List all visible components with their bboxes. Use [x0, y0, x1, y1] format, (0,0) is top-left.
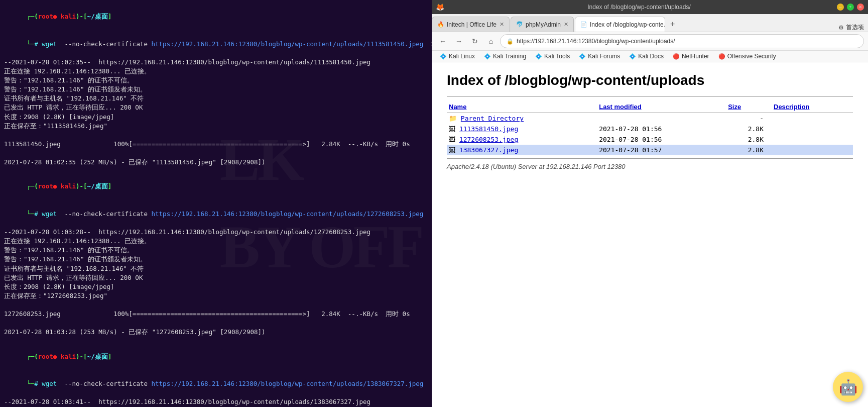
col-modified-link[interactable]: Last modified — [599, 103, 642, 111]
col-description-link[interactable]: Description — [774, 103, 810, 111]
command-line-1: └─# wget --no-check-certificate https://… — [4, 30, 428, 57]
new-tab-button[interactable]: + — [666, 17, 679, 32]
bottom-divider — [447, 158, 853, 159]
tab-label-3: Index of /blogblog/wp-conte… — [590, 21, 665, 28]
bookmark-label-4: Kali Forums — [588, 53, 620, 60]
table-header-row: Name Last modified Size Description — [447, 101, 853, 113]
bookmark-kali-linux[interactable]: 💠 Kali Linux — [436, 52, 479, 61]
tab-index[interactable]: 📄 Index of /blogblog/wp-conte… ✕ — [575, 17, 665, 32]
tabs-bar: 🔥 Initech | Office Life ✕ 🐬 phpMyAdmin ✕… — [432, 14, 868, 32]
cell-date-parent — [597, 113, 726, 124]
bookmarks-bar: 💠 Kali Linux 💠 Kali Training 💠 Kali Tool… — [432, 51, 868, 62]
prompt-line-3: ┌─(root● kali)-[~/桌面] — [4, 343, 428, 370]
prompt-line-2: ┌─(root● kali)-[~/桌面] — [4, 173, 428, 200]
cell-name-1: 🖼 1113581450.jpeg — [447, 124, 597, 134]
cell-desc-2 — [772, 134, 853, 145]
settings-label: 首选项 — [846, 23, 864, 32]
file-link-1[interactable]: 1113581450.jpeg — [459, 125, 518, 133]
terminal-block-3: ┌─(root● kali)-[~/桌面] └─# wget --no-chec… — [4, 343, 428, 408]
nethunter-icon: 🔴 — [673, 53, 680, 60]
tab-initech[interactable]: 🔥 Initech | Office Life ✕ — [432, 17, 510, 32]
bookmark-kali-forums[interactable]: 💠 Kali Forums — [575, 52, 624, 61]
parent-dir-link[interactable]: Parent Directory — [461, 115, 524, 122]
image-icon-3: 🖼 — [449, 146, 455, 154]
page-heading: Index of /blogblog/wp-content/uploads — [447, 72, 853, 88]
minimize-button[interactable]: – — [837, 4, 844, 11]
bookmark-label-7: Offensive Security — [727, 53, 776, 60]
mascot: 🤖 — [833, 372, 863, 402]
top-divider — [447, 96, 853, 97]
bookmark-kali-tools[interactable]: 💠 Kali Tools — [531, 52, 574, 61]
cell-size-3: 2.8K — [726, 145, 772, 155]
cell-size-2: 2.8K — [726, 134, 772, 145]
image-icon-1: 🖼 — [449, 125, 455, 133]
bookmark-label-6: NetHunter — [682, 53, 709, 60]
terminal-block-2: ┌─(root● kali)-[~/桌面] └─# wget --no-chec… — [4, 173, 428, 337]
tab-favicon-1: 🔥 — [437, 21, 444, 28]
kali-docs-icon: 💠 — [629, 53, 636, 60]
col-size-link[interactable]: Size — [728, 103, 741, 111]
bookmark-label-1: Kali Linux — [449, 53, 475, 60]
back-button[interactable]: ← — [436, 34, 450, 48]
cell-desc-parent — [772, 113, 853, 124]
bookmark-kali-docs[interactable]: 💠 Kali Docs — [625, 52, 668, 61]
forward-button[interactable]: → — [452, 34, 466, 48]
cell-name-2: 🖼 1272608253.jpeg — [447, 134, 597, 145]
cell-date-3: 2021-07-28 01:57 — [597, 145, 726, 155]
terminal-block-1: ┌─(root● kali)-[~/桌面] └─# wget --no-chec… — [4, 3, 428, 167]
table-row-highlighted: 🖼 1383067327.jpeg 2021-07-28 01:57 2.8K — [447, 145, 853, 155]
table-row: 🖼 1113581450.jpeg 2021-07-28 01:56 2.8K — [447, 124, 853, 134]
tab-close-2[interactable]: ✕ — [564, 21, 568, 28]
page-content: Index of /blogblog/wp-content/uploads Na… — [432, 62, 868, 407]
table-row: 📁 Parent Directory - — [447, 113, 853, 124]
reload-button[interactable]: ↻ — [468, 34, 482, 48]
command-line-3: └─# wget --no-check-certificate https://… — [4, 370, 428, 397]
tab-label-1: Initech | Office Life — [447, 21, 497, 28]
directory-table: Name Last modified Size Description 📁 Pa… — [447, 101, 853, 155]
browser-panel: 🦊 Index of /blogblog/wp-content/uploads/… — [432, 0, 868, 407]
bookmark-kali-training[interactable]: 💠 Kali Training — [480, 52, 530, 61]
tab-phpmyadmin[interactable]: 🐬 phpMyAdmin ✕ — [511, 17, 574, 32]
lock-icon: 🔒 — [507, 38, 514, 45]
maximize-button[interactable]: + — [847, 4, 854, 11]
url-text: https://192.168.21.146:12380/blogblog/wp… — [517, 38, 675, 45]
cell-name-3: 🖼 1383067327.jpeg — [447, 145, 597, 155]
home-button[interactable]: ⌂ — [484, 34, 498, 48]
bookmark-label-2: Kali Training — [493, 53, 526, 60]
prompt-line-1: ┌─(root● kali)-[~/桌面] — [4, 3, 428, 30]
close-button[interactable]: ✕ — [857, 4, 864, 11]
col-size: Size — [726, 101, 772, 113]
terminal-panel: LKBY OFF ┌─(root● kali)-[~/桌面] └─# wget … — [0, 0, 432, 407]
nav-bar: ← → ↻ ⌂ 🔒 https://192.168.21.146:12380/b… — [432, 32, 868, 51]
address-bar[interactable]: 🔒 https://192.168.21.146:12380/blogblog/… — [500, 34, 864, 48]
file-link-3[interactable]: 1383067327.jpeg — [459, 146, 518, 154]
col-name-link[interactable]: Name — [449, 103, 466, 111]
cell-size-parent: - — [726, 113, 772, 124]
image-icon-2: 🖼 — [449, 136, 455, 143]
tab-favicon-2: 🐬 — [516, 21, 523, 28]
tab-close-1[interactable]: ✕ — [500, 21, 504, 28]
cell-date-1: 2021-07-28 01:56 — [597, 124, 726, 134]
browser-titlebar: 🦊 Index of /blogblog/wp-content/uploads/… — [432, 0, 868, 14]
cell-date-2: 2021-07-28 01:56 — [597, 134, 726, 145]
cell-size-1: 2.8K — [726, 124, 772, 134]
offensive-security-icon: 🔴 — [718, 53, 725, 60]
bookmark-label-5: Kali Docs — [638, 53, 664, 60]
bookmark-offensive-security[interactable]: 🔴 Offensive Security — [714, 52, 780, 61]
browser-settings-button[interactable]: ⚙ 首选项 — [834, 23, 868, 32]
bookmark-label-3: Kali Tools — [544, 53, 570, 60]
tab-favicon-3: 📄 — [580, 21, 587, 28]
firefox-icon: 🦊 — [436, 3, 444, 11]
cell-desc-1 — [772, 124, 853, 134]
kali-tools-icon: 💠 — [535, 53, 542, 60]
tab-label-2: phpMyAdmin — [526, 21, 561, 28]
col-name: Name — [447, 101, 597, 113]
cell-desc-3 — [772, 145, 853, 155]
browser-title: Index of /blogblog/wp-content/uploads/ — [444, 4, 834, 11]
bookmark-nethunter[interactable]: 🔴 NetHunter — [669, 52, 713, 61]
kali-linux-icon: 💠 — [440, 53, 447, 60]
file-link-2[interactable]: 1272608253.jpeg — [459, 136, 518, 143]
server-info: Apache/2.4.18 (Ubuntu) Server at 192.168… — [447, 163, 853, 170]
command-line-2: └─# wget --no-check-certificate https://… — [4, 200, 428, 228]
settings-icon: ⚙ — [838, 24, 844, 31]
